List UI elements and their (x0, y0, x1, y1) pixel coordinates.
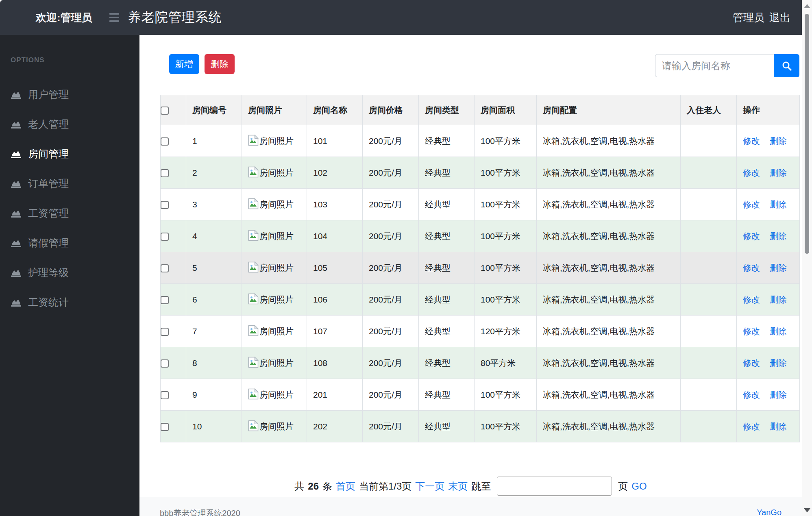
room-area-cell: 120平方米 (475, 316, 537, 347)
footer-author-link[interactable]: YanGo (757, 508, 782, 516)
page-suffix-label: 页 (618, 480, 628, 493)
delete-link[interactable]: 删除 (770, 327, 787, 336)
room-resident-cell (681, 189, 737, 220)
edit-link[interactable]: 修改 (743, 422, 760, 431)
first-page-link[interactable]: 首页 (336, 480, 355, 493)
search-button[interactable] (774, 54, 799, 77)
room-photo-cell: 房间照片 (242, 220, 307, 252)
sidebar-item[interactable]: 护理等级 (0, 258, 139, 287)
room-name-cell: 108 (307, 347, 363, 379)
add-button[interactable]: 新增 (169, 54, 199, 74)
sidebar-item-label: 用户管理 (28, 88, 69, 101)
edit-link[interactable]: 修改 (743, 295, 760, 304)
edit-link[interactable]: 修改 (743, 390, 760, 399)
scrollbar-up-arrow-icon[interactable] (802, 1, 812, 11)
sidebar-menu: 用户管理 老人管理 房间管理 (0, 80, 139, 317)
rooms-table: 房间编号 房间照片 房间名称 房间价格 房间类型 房间面积 房间配置 入住老人 … (160, 95, 800, 442)
table-header: 房间编号 房间照片 房间名称 房间价格 房间类型 房间面积 房间配置 入住老人 … (161, 95, 800, 125)
room-name-cell: 103 (307, 189, 363, 220)
row-checkbox[interactable] (161, 233, 169, 241)
row-checkbox[interactable] (161, 264, 169, 272)
user-menu-link[interactable]: 管理员 (733, 11, 764, 25)
broken-image-icon (248, 293, 259, 305)
page-jump-input[interactable] (497, 477, 612, 496)
delete-link[interactable]: 删除 (770, 231, 787, 241)
search-input[interactable] (655, 54, 774, 77)
edit-link[interactable]: 修改 (743, 168, 760, 177)
table-body: 1 房间照片 101 200元/月 经典型 100平方米 冰箱,洗衣机,空调,电… (161, 125, 800, 442)
row-actions-cell: 修改删除 (737, 316, 800, 347)
row-checkbox[interactable] (161, 201, 169, 209)
edit-link[interactable]: 修改 (743, 200, 760, 209)
scrollbar-down-arrow-icon[interactable] (802, 505, 812, 515)
next-page-link[interactable]: 下一页 (415, 480, 444, 493)
row-checkbox[interactable] (161, 169, 169, 177)
delete-link[interactable]: 删除 (770, 358, 787, 368)
delete-link[interactable]: 删除 (770, 295, 787, 304)
table-row: 6 房间照片 106 200元/月 经典型 100平方米 冰箱,洗衣机,空调,电… (161, 284, 800, 316)
scrollbar-thumb[interactable] (805, 14, 809, 254)
room-resident-cell (681, 157, 737, 189)
row-checkbox[interactable] (161, 137, 169, 146)
row-actions-cell: 修改删除 (737, 347, 800, 379)
table-column-header: 房间编号 (186, 95, 242, 125)
delete-button[interactable]: 删除 (205, 54, 235, 74)
sidebar-item[interactable]: 老人管理 (0, 109, 139, 139)
room-price-cell: 200元/月 (363, 411, 419, 442)
row-checkbox[interactable] (161, 328, 169, 336)
sidebar-item[interactable]: 请假管理 (0, 228, 139, 258)
delete-link[interactable]: 删除 (770, 136, 787, 146)
room-type-cell: 经典型 (419, 284, 475, 316)
row-checkbox[interactable] (161, 423, 169, 431)
table-row: 1 房间照片 101 200元/月 经典型 100平方米 冰箱,洗衣机,空调,电… (161, 125, 800, 157)
room-config-cell: 冰箱,洗衣机,空调,电视,热水器 (537, 316, 681, 347)
row-checkbox-cell (161, 189, 186, 220)
toolbar: 新增 删除 (160, 54, 799, 77)
broken-image-icon (248, 420, 259, 431)
row-checkbox[interactable] (161, 391, 169, 399)
row-checkbox[interactable] (161, 359, 169, 368)
sidebar-item[interactable]: 用户管理 (0, 80, 139, 109)
room-photo-alt-text: 房间照片 (259, 199, 294, 210)
edit-link[interactable]: 修改 (743, 327, 760, 336)
table-column-header: 房间类型 (419, 95, 475, 125)
edit-link[interactable]: 修改 (743, 136, 760, 146)
room-type-cell: 经典型 (419, 379, 475, 411)
row-checkbox[interactable] (161, 296, 169, 304)
sidebar-item[interactable]: 订单管理 (0, 169, 139, 198)
delete-link[interactable]: 删除 (770, 200, 787, 209)
room-id-cell: 9 (186, 379, 242, 411)
edit-link[interactable]: 修改 (743, 231, 760, 241)
vertical-scrollbar[interactable] (802, 0, 812, 516)
row-actions-cell: 修改删除 (737, 125, 800, 157)
go-button[interactable]: GO (631, 481, 647, 492)
sidebar-item[interactable]: 工资管理 (0, 198, 139, 228)
room-photo-cell: 房间照片 (242, 284, 307, 316)
room-price-cell: 200元/月 (363, 347, 419, 379)
room-photo-cell: 房间照片 (242, 316, 307, 347)
menu-toggle-icon[interactable] (109, 13, 119, 22)
table-column-header: 房间配置 (537, 95, 681, 125)
room-photo-cell: 房间照片 (242, 125, 307, 157)
delete-link[interactable]: 删除 (770, 263, 787, 272)
table-column-header: 房间价格 (363, 95, 419, 125)
sidebar-item[interactable]: 房间管理 (0, 139, 139, 169)
edit-link[interactable]: 修改 (743, 358, 760, 368)
room-type-cell: 经典型 (419, 189, 475, 220)
logout-link[interactable]: 退出 (769, 11, 790, 25)
room-id-cell: 3 (186, 189, 242, 220)
table-row: 10 房间照片 202 200元/月 经典型 100平方米 冰箱,洗衣机,空调,… (161, 411, 800, 442)
delete-link[interactable]: 删除 (770, 390, 787, 399)
sidebar-item[interactable]: 工资统计 (0, 287, 139, 317)
total-prefix: 共 (294, 480, 304, 493)
room-photo-cell: 房间照片 (242, 347, 307, 379)
select-all-checkbox[interactable] (161, 107, 169, 115)
room-price-cell: 200元/月 (363, 379, 419, 411)
room-photo-alt-text: 房间照片 (259, 167, 294, 179)
last-page-link[interactable]: 末页 (448, 480, 468, 493)
edit-link[interactable]: 修改 (743, 263, 760, 272)
broken-image-icon (248, 198, 259, 209)
delete-link[interactable]: 删除 (770, 422, 787, 431)
room-area-cell: 100平方米 (475, 189, 537, 220)
delete-link[interactable]: 删除 (770, 168, 787, 177)
